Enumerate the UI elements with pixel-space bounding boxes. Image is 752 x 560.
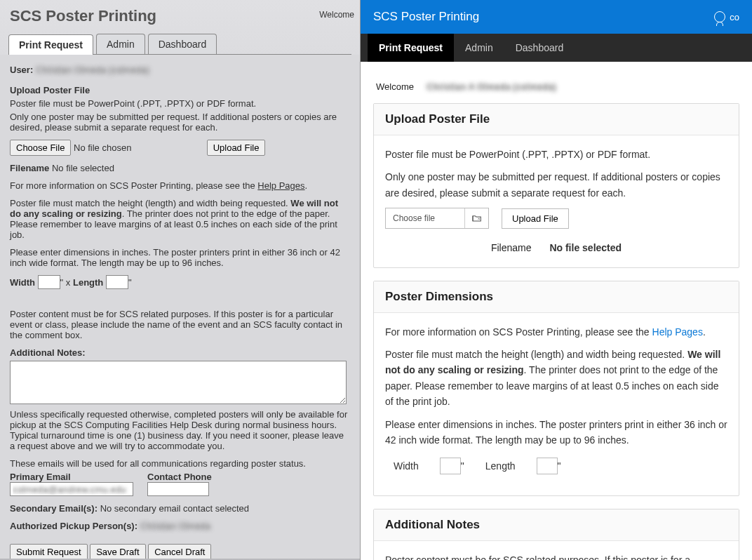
user-menu[interactable]: co xyxy=(714,11,739,22)
nav-tab-admin[interactable]: Admin xyxy=(454,34,504,62)
width-input[interactable] xyxy=(38,275,60,289)
tab-dashboard[interactable]: Dashboard xyxy=(148,34,217,54)
tab-print-request[interactable]: Print Request xyxy=(8,34,93,55)
secondary-email-value: No secondary email contact selected xyxy=(100,503,249,514)
length-unit: " xyxy=(128,277,132,288)
tab-admin[interactable]: Admin xyxy=(96,34,145,54)
more-info-text: For more information on SCS Poster Print… xyxy=(10,180,257,191)
width-label: Width xyxy=(10,277,35,288)
more-info-text: For more information on SCS Poster Print… xyxy=(385,326,652,338)
user-icon xyxy=(714,11,725,22)
legacy-app: SCS Poster Printing Welcome Print Reques… xyxy=(0,0,361,560)
email-rule-text: These emails will be used for all commun… xyxy=(10,458,350,469)
welcome-label: Welcome xyxy=(319,10,354,20)
contact-phone-input[interactable] xyxy=(147,482,209,496)
length-input[interactable] xyxy=(106,275,128,289)
app-title: SCS Poster Printing xyxy=(0,0,360,29)
content-rule-text: Poster content must be for SCS related p… xyxy=(10,309,350,340)
length-unit: " xyxy=(558,460,561,472)
upload-rule-single: Only one poster may be submitted per req… xyxy=(385,169,727,201)
file-picker-label: Choose file xyxy=(386,212,464,225)
width-label: Width xyxy=(394,458,419,474)
primary-email-input[interactable] xyxy=(10,482,133,496)
filename-label: Filename xyxy=(491,242,532,253)
notes-panel: Additional Notes Poster content must be … xyxy=(373,509,739,560)
dim-separator: x xyxy=(66,277,71,288)
filename-label: Filename xyxy=(10,163,49,173)
pickup-persons-label: Authorized Pickup Person(s): xyxy=(10,521,137,531)
pickup-rule-text: Unless specifically requested otherwise,… xyxy=(10,409,350,451)
pickup-persons-value: Christian Olmeda xyxy=(140,521,210,531)
dim-rule-format: Please enter dimensions in inches. The p… xyxy=(10,247,350,268)
dimensions-panel-header: Poster Dimensions xyxy=(374,281,739,313)
notes-panel-header: Additional Notes xyxy=(374,509,739,541)
user-label: User: xyxy=(10,65,33,75)
dim-rule-format: Please enter dimensions in inches. The p… xyxy=(385,417,727,448)
content-rule-partial-text: Poster content must be for SCS related p… xyxy=(385,552,727,560)
width-unit: " xyxy=(461,460,464,472)
upload-file-button[interactable]: Upload File xyxy=(502,208,569,229)
cancel-draft-button[interactable]: Cancel Draft xyxy=(148,544,211,559)
welcome-user-value: Christian A Olmeda (colmeda) xyxy=(427,81,556,92)
nav-tab-print-request[interactable]: Print Request xyxy=(368,34,454,62)
contact-phone-label: Contact Phone xyxy=(147,472,212,482)
tab-bar: Print Request Admin Dashboard xyxy=(8,34,351,55)
choose-file-button[interactable]: Choose File xyxy=(10,140,71,156)
dimensions-panel: Poster Dimensions For more information o… xyxy=(373,281,739,497)
user-abbrev: co xyxy=(730,12,739,22)
upload-rule-format: Poster file must be PowerPoint (.PPT, .P… xyxy=(10,98,350,109)
submit-request-button[interactable]: Submit Request xyxy=(10,544,88,559)
width-unit: " xyxy=(60,277,64,288)
upload-file-button[interactable]: Upload File xyxy=(207,140,266,156)
primary-email-label: Primary Email xyxy=(10,472,133,482)
filename-value: No file selected xyxy=(549,242,622,253)
top-bar: SCS Poster Printing co xyxy=(361,0,752,34)
help-pages-link[interactable]: Help Pages xyxy=(257,180,304,191)
save-draft-button[interactable]: Save Draft xyxy=(90,544,145,559)
secondary-email-label: Secondary Email(s): xyxy=(10,503,98,514)
notes-textarea[interactable] xyxy=(10,361,347,404)
upload-panel-header: Upload Poster File xyxy=(374,104,739,135)
dim-rule-pre: Poster file must match the height (lengt… xyxy=(10,198,290,208)
user-value: Christian Olmeda (colmeda) xyxy=(36,65,149,75)
form-body: User: Christian Olmeda (colmeda) Upload … xyxy=(0,55,360,559)
width-input[interactable] xyxy=(440,458,461,474)
welcome-label: Welcome xyxy=(376,81,414,92)
file-picker[interactable]: Choose file xyxy=(385,208,489,229)
folder-open-icon[interactable] xyxy=(464,208,488,228)
dim-rule-pre: Poster file must match the height (lengt… xyxy=(385,349,687,360)
upload-panel: Upload Poster File Poster file must be P… xyxy=(373,103,739,268)
upload-rule-single: Only one poster may be submitted per req… xyxy=(10,112,350,133)
notes-label: Additional Notes: xyxy=(10,347,350,358)
modern-app: SCS Poster Printing co Print Request Adm… xyxy=(361,0,752,560)
length-label: Length xyxy=(485,458,516,474)
length-label: Length xyxy=(73,277,103,288)
help-pages-link[interactable]: Help Pages xyxy=(652,326,703,338)
upload-rule-format: Poster file must be PowerPoint (.PPT, .P… xyxy=(385,147,727,162)
app-title: SCS Poster Printing xyxy=(373,10,479,24)
length-input[interactable] xyxy=(537,458,558,474)
filename-value: No file selected xyxy=(52,163,114,173)
nav-tab-dashboard[interactable]: Dashboard xyxy=(504,34,575,62)
nav-bar: Print Request Admin Dashboard xyxy=(361,34,752,62)
no-file-chosen-text: No file chosen xyxy=(74,142,131,153)
upload-section-header: Upload Poster File xyxy=(10,85,350,95)
page-content: Welcome Christian A Olmeda (colmeda) Upl… xyxy=(361,62,752,560)
